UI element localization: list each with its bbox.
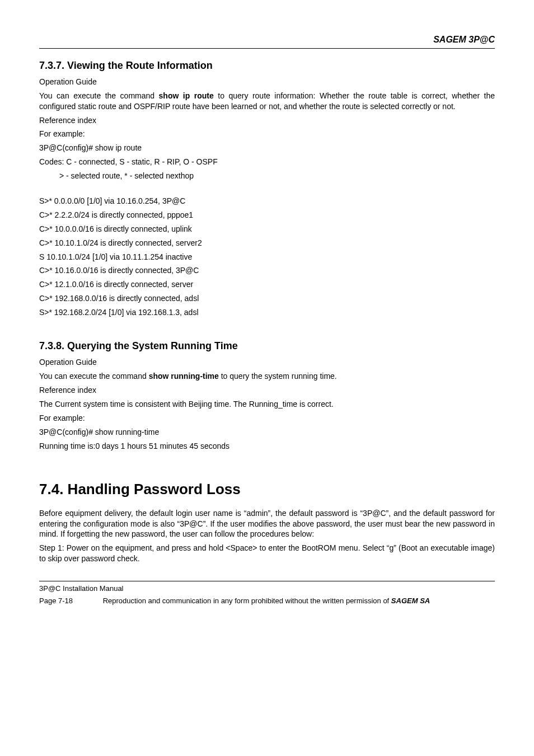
- sagem-sa: SAGEM SA: [391, 597, 430, 605]
- command-bold: show ip route: [159, 91, 214, 100]
- cli-output: Running time is:0 days 1 hours 51 minute…: [39, 441, 495, 452]
- route-line: C>* 12.1.0.0/16 is directly connected, s…: [39, 279, 495, 290]
- for-example-label: For example:: [39, 413, 495, 424]
- page-number: Page 7-18: [39, 596, 101, 606]
- route-line: C>* 2.2.2.0/24 is directly connected, pp…: [39, 210, 495, 220]
- current-time-line: The Current system time is consistent wi…: [39, 399, 495, 410]
- cli-command: 3P@C(config)# show ip route: [39, 143, 495, 153]
- operation-guide-label: Operation Guide: [39, 77, 495, 87]
- section-738-heading: 7.3.8. Querying the System Running Time: [39, 339, 495, 353]
- codes-line: Codes: C - connected, S - static, R - RI…: [39, 157, 495, 167]
- section-737-heading: 7.3.7. Viewing the Route Information: [39, 59, 495, 72]
- reproduction-text: Reproduction and communication in any fo…: [103, 597, 391, 605]
- route-line: C>* 192.168.0.0/16 is directly connected…: [39, 293, 495, 304]
- section-74-heading: 7.4. Handling Password Loss: [39, 480, 495, 499]
- route-line: C>* 10.0.0.0/16 is directly connected, u…: [39, 224, 495, 234]
- route-line: C>* 10.10.1.0/24 is directly connected, …: [39, 238, 495, 248]
- for-example-label: For example:: [39, 129, 495, 139]
- route-line: S>* 0.0.0.0/0 [1/0] via 10.16.0.254, 3P@…: [39, 196, 495, 206]
- sec737-para1: You can execute the command show ip rout…: [39, 91, 495, 112]
- section-number: 7.4.: [39, 481, 63, 497]
- section-number: 7.3.8.: [39, 340, 64, 351]
- section-number: 7.3.7.: [39, 60, 64, 71]
- section-title: Viewing the Route Information: [67, 60, 213, 71]
- operation-guide-label: Operation Guide: [39, 357, 495, 368]
- header-brand: SAGEM 3P@C: [39, 34, 495, 49]
- selected-line: > - selected route, * - selected nexthop: [39, 171, 495, 181]
- sec738-para1: You can execute the command show running…: [39, 371, 495, 382]
- text: to query the system running time.: [219, 372, 337, 381]
- text: You can execute the command: [39, 372, 149, 381]
- footer-manual-title: 3P@C Installation Manual: [39, 584, 495, 594]
- sec74-para2: Step 1: Power on the equipment, and pres…: [39, 543, 495, 564]
- section-title: Querying the System Running Time: [67, 340, 238, 351]
- route-line: S 10.10.1.0/24 [1/0] via 10.11.1.254 ina…: [39, 252, 495, 262]
- route-line: C>* 10.16.0.0/16 is directly connected, …: [39, 265, 495, 276]
- reference-index-label: Reference index: [39, 115, 495, 126]
- footer-page-line: Page 7-18 Reproduction and communication…: [39, 596, 495, 606]
- route-line: S>* 192.168.2.0/24 [1/0] via 192.168.1.3…: [39, 307, 495, 318]
- command-bold: show running-time: [149, 372, 219, 381]
- reference-index-label: Reference index: [39, 385, 495, 396]
- text: You can execute the command: [39, 91, 159, 100]
- section-title: Handling Password Loss: [68, 481, 241, 497]
- cli-command: 3P@C(config)# show running-time: [39, 427, 495, 438]
- sec74-para1: Before equipment delivery, the default l…: [39, 508, 495, 540]
